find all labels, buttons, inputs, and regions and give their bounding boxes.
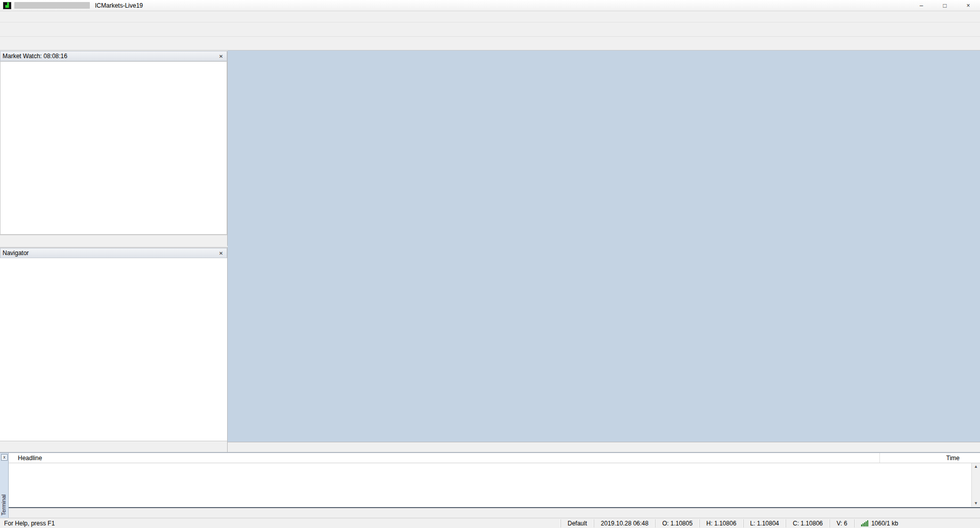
terminal-tab-bar [9,507,980,518]
status-high: H: 1.10806 [699,519,743,527]
main-toolbar [0,22,980,37]
account-number-redacted [14,2,90,9]
status-low: L: 1.10804 [743,519,786,527]
status-bar-time: 2019.10.28 06:48 [594,519,655,527]
chart-tools-toolbar [0,37,980,51]
statusbar: For Help, press F1 Default 2019.10.28 06… [0,518,980,528]
window-title: ICMarkets-Live19 [95,2,143,9]
navigator-tabs [0,441,227,452]
navigator-title: Navigator [3,249,29,257]
status-help-text: For Help, press F1 [0,520,55,527]
status-open: O: 1.10805 [655,519,699,527]
chart-area [228,51,980,442]
app-logo-icon: ▟ [3,2,11,9]
status-profile[interactable]: Default [560,519,594,527]
market-watch-tabs [0,235,227,246]
terminal-close-icon[interactable]: x [1,454,8,461]
terminal-header: Headline Time [9,453,980,463]
scroll-up-icon[interactable]: ▲ [972,464,980,469]
terminal-side-strip: x Terminal [0,453,9,518]
market-watch-table [0,61,227,235]
status-volume: V: 6 [829,519,854,527]
chart-tab-bar [228,442,980,452]
window-maximize-button[interactable]: □ [933,0,957,11]
connection-signal-icon [861,520,868,526]
time-column-header[interactable]: Time [946,455,960,462]
terminal-panel: x Terminal Headline Time ▲ ▼ [0,452,980,518]
terminal-side-label: Terminal [1,494,7,516]
scroll-down-icon[interactable]: ▼ [972,501,980,506]
navigator-close-icon[interactable]: ✕ [217,250,225,256]
menubar [0,11,980,22]
navigator-caption: Navigator ✕ [0,248,227,258]
market-watch-caption: Market Watch: 08:08:16 ✕ [0,51,227,61]
market-watch-panel: Market Watch: 08:08:16 ✕ [0,51,228,246]
window-minimize-button[interactable]: – [910,0,933,11]
connection-speed: 1060/1 kb [871,520,898,527]
window-close-button[interactable]: × [957,0,980,11]
market-watch-close-icon[interactable]: ✕ [217,54,225,59]
status-close: C: 1.10806 [786,519,829,527]
navigator-tree [0,258,227,441]
status-connection: 1060/1 kb [854,519,905,527]
market-watch-title: Market Watch: 08:08:16 [3,53,67,60]
navigator-panel: Navigator ✕ [0,247,228,452]
titlebar: ▟ ICMarkets-Live19 – □ × [0,0,980,11]
terminal-scrollbar[interactable]: ▲ ▼ [971,463,980,507]
headline-column-header[interactable]: Headline [18,455,42,462]
